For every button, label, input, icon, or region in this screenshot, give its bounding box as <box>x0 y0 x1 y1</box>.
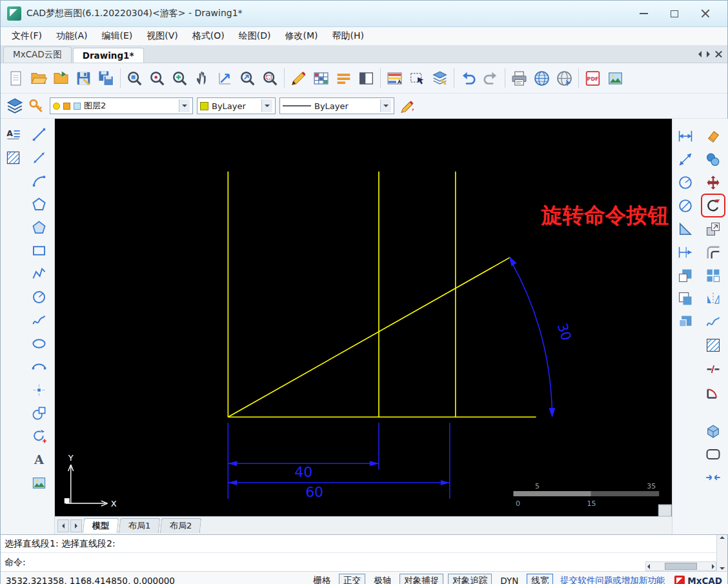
new-button[interactable] <box>5 66 27 90</box>
tool-line-button[interactable] <box>28 124 50 145</box>
scroll-left-icon[interactable] <box>647 564 650 569</box>
viewport-button[interactable] <box>355 66 378 90</box>
tab-layout2[interactable]: 布局2 <box>160 518 202 533</box>
dim-diameter-button[interactable] <box>674 195 696 216</box>
undo-button[interactable] <box>457 66 480 90</box>
menu-file[interactable]: 文件(F) <box>5 28 49 44</box>
minimize-button[interactable] <box>628 4 659 23</box>
tool-stretch-button[interactable] <box>702 467 724 488</box>
draworder-back-button[interactable] <box>674 288 696 309</box>
layers-icon[interactable] <box>6 97 24 115</box>
menu-view[interactable]: 视图(V) <box>139 28 185 44</box>
canvas-scroll-corner[interactable] <box>658 505 671 516</box>
image-export-button[interactable] <box>604 66 627 90</box>
draw-pencil-button[interactable] <box>287 66 310 90</box>
toggle-dyn[interactable]: DYN <box>496 575 522 584</box>
layout-tab-prev-button[interactable] <box>57 519 69 532</box>
scroll-up-icon[interactable] <box>720 536 725 539</box>
dim-aligned-button[interactable] <box>674 148 696 170</box>
menu-edit[interactable]: 编辑(E) <box>95 28 140 44</box>
tool-spline-edit-button[interactable] <box>702 311 724 332</box>
menu-function[interactable]: 功能(A) <box>49 28 95 44</box>
tool-ellipse-button[interactable] <box>28 333 50 354</box>
tab-scroll-right-button[interactable] <box>707 51 710 57</box>
toggle-grid[interactable]: 栅格 <box>309 574 334 584</box>
zoom-scale-button[interactable] <box>236 66 259 90</box>
tool-hatch-button[interactable] <box>3 147 25 168</box>
scroll-down-icon[interactable] <box>720 567 725 570</box>
select-button[interactable] <box>406 66 429 90</box>
feedback-link[interactable]: 提交软件问题或增加新功能 <box>560 575 665 584</box>
menu-help[interactable]: 帮助(H) <box>325 28 370 44</box>
zoom-in-button[interactable] <box>168 66 191 90</box>
tool-rectangle-button[interactable] <box>28 240 50 261</box>
tool-region-button[interactable] <box>28 403 50 424</box>
tool-3dbox-button[interactable] <box>702 420 724 441</box>
linetype-dropdown-button[interactable] <box>380 99 391 112</box>
dim-angular-button[interactable] <box>674 218 696 239</box>
scroll-right-icon[interactable] <box>712 564 714 569</box>
tool-polygon2-button[interactable] <box>28 217 50 238</box>
tab-model[interactable]: 模型 <box>83 518 119 533</box>
menu-format[interactable]: 格式(O) <box>185 28 232 44</box>
linetype-select[interactable]: ByLayer <box>279 97 394 114</box>
dim-radius-button[interactable] <box>674 172 696 193</box>
table-button[interactable] <box>310 66 332 90</box>
toggle-osnap[interactable]: 对象捕捉 <box>399 574 443 584</box>
draworder-above-button[interactable] <box>674 311 696 332</box>
tool-copy-button[interactable] <box>702 148 724 170</box>
command-horizontal-scrollbar[interactable] <box>645 561 716 571</box>
tool-polyline-button[interactable] <box>28 263 50 285</box>
menu-draw[interactable]: 绘图(D) <box>232 28 278 44</box>
tool-array-button[interactable] <box>702 265 724 286</box>
draworder-front-button[interactable] <box>674 265 696 286</box>
layer-key-icon[interactable] <box>28 97 46 115</box>
tool-revcloud-button[interactable] <box>702 443 724 465</box>
redo-button[interactable] <box>480 66 502 90</box>
layer-edit-button[interactable] <box>429 66 451 90</box>
tab-close-button[interactable] <box>715 51 722 58</box>
zoom-dynamic-button[interactable] <box>214 66 236 90</box>
color-select[interactable]: ByLayer <box>197 97 276 114</box>
tool-fillet-button[interactable] <box>702 381 724 402</box>
tool-hatch-button[interactable] <box>702 334 724 356</box>
tool-ellipse-arc-button[interactable] <box>28 356 50 378</box>
tab-drawing1[interactable]: Drawing1* <box>73 48 144 63</box>
dim-continue-button[interactable] <box>674 241 696 263</box>
tab-mxcad-cloud[interactable]: MxCAD云图 <box>3 46 72 63</box>
drawing-canvas[interactable]: 30 40 60 旋转命令按钮 <box>55 119 672 516</box>
tool-polygon-button[interactable] <box>28 194 50 215</box>
tool-break-button[interactable] <box>702 357 724 379</box>
tab-layout1[interactable]: 布局1 <box>119 518 161 533</box>
tool-point-button[interactable] <box>28 379 50 401</box>
match-properties-icon[interactable] <box>398 97 416 115</box>
layer-select[interactable]: 图层2 <box>50 97 193 114</box>
close-button[interactable] <box>690 4 721 23</box>
web-publish-button[interactable] <box>531 66 553 90</box>
color-table-button[interactable] <box>383 66 406 90</box>
tool-mirror-button[interactable] <box>702 288 724 309</box>
toggle-polar[interactable]: 极轴 <box>370 574 395 584</box>
open-button[interactable] <box>27 66 50 90</box>
toggle-lineweight[interactable]: 线宽 <box>527 574 553 584</box>
zoom-center-button[interactable] <box>146 66 168 90</box>
save-button[interactable] <box>72 66 95 90</box>
canvas-annotation[interactable]: 旋转命令按钮 <box>541 203 669 228</box>
tool-erase-button[interactable] <box>702 125 724 146</box>
command-prompt-line[interactable]: 命令: <box>1 553 727 571</box>
tool-rotate-button[interactable] <box>702 195 724 216</box>
command-vertical-scrollbar[interactable] <box>716 535 727 571</box>
toggle-otrack[interactable]: 对象追踪 <box>448 574 492 584</box>
scrollbar-thumb[interactable] <box>665 563 697 570</box>
dim-linear-button[interactable] <box>674 125 696 146</box>
tool-image-button[interactable] <box>28 472 50 494</box>
pdf-export-button[interactable]: PDF <box>581 66 604 90</box>
zoom-extents-button[interactable] <box>123 66 146 90</box>
color-dropdown-button[interactable] <box>261 99 272 112</box>
tool-text-style-button[interactable]: A <box>3 124 25 145</box>
tool-circle-button[interactable] <box>28 287 50 308</box>
tool-construction-line-button[interactable] <box>28 147 50 168</box>
tool-copy-rotate-button[interactable] <box>28 426 50 447</box>
tool-move-button[interactable] <box>702 172 724 193</box>
pan-button[interactable] <box>191 66 214 90</box>
